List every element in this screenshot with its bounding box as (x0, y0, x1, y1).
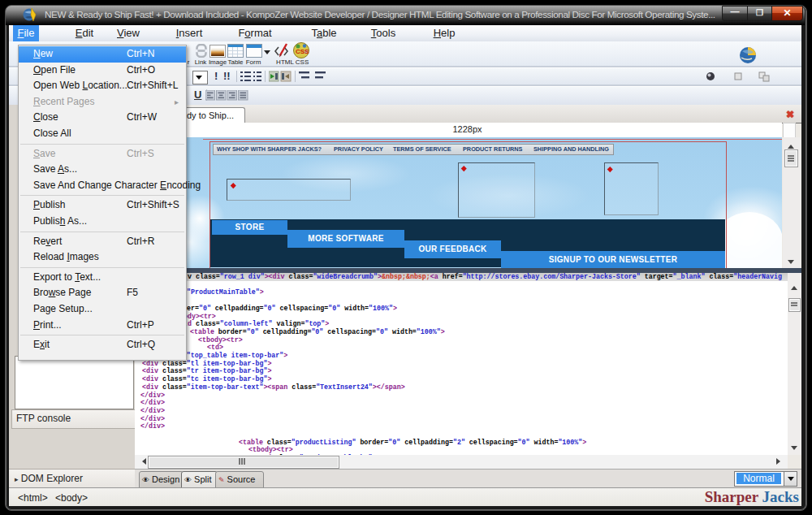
svg-text:CSS: CSS (296, 48, 309, 55)
